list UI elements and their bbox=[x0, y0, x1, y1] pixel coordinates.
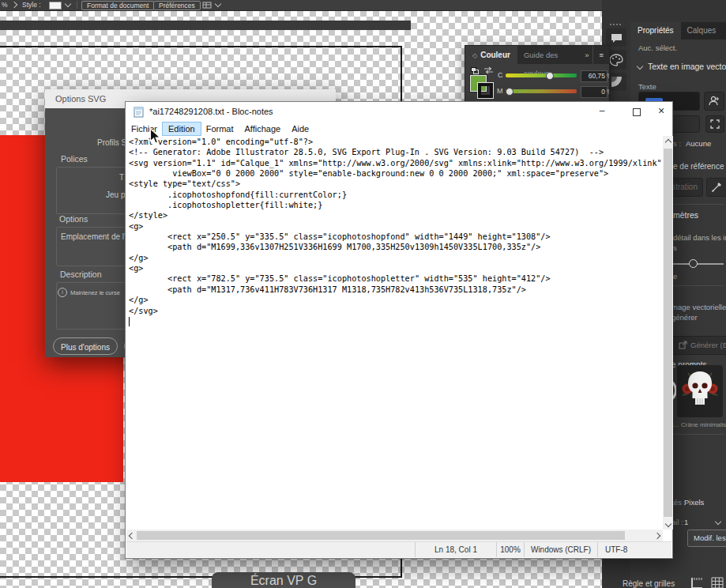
notepad-app-icon bbox=[134, 106, 145, 118]
text-to-vector-section-title[interactable]: Texte en image vectorielle bbox=[648, 62, 726, 71]
menu-format[interactable]: Format bbox=[201, 122, 239, 135]
panel-overflow-icon[interactable]: » bbox=[581, 46, 592, 64]
document-setup-button[interactable]: Format de document bbox=[81, 1, 154, 10]
notepad-title: *ai17248291208.txt - Bloc-notes bbox=[149, 107, 273, 116]
snap-options-icon[interactable] bbox=[202, 2, 212, 9]
scroll-up-icon[interactable] bbox=[665, 139, 671, 145]
info-icon: i bbox=[58, 288, 67, 297]
m-value-input[interactable]: 0 bbox=[581, 86, 608, 98]
type-label-fragment: T bbox=[119, 173, 124, 182]
more-options-button[interactable]: Plus d'options bbox=[53, 337, 118, 355]
c-slider-track[interactable] bbox=[506, 74, 577, 77]
menu-affichage[interactable]: Affichage bbox=[239, 122, 287, 135]
swap-colors-icon[interactable] bbox=[483, 66, 494, 74]
c-slider-thumb[interactable] bbox=[546, 72, 554, 80]
minimize-button[interactable]: – bbox=[588, 102, 616, 122]
section-collapse-icon[interactable] bbox=[637, 63, 643, 70]
m-slider-thumb[interactable] bbox=[506, 88, 513, 96]
no-selection-label: Auc. sélect. bbox=[638, 43, 677, 52]
comments-panel-button[interactable] bbox=[606, 28, 626, 47]
menu-aide[interactable]: Aide bbox=[286, 122, 314, 135]
unites-dropdown[interactable]: Pixels bbox=[684, 498, 704, 507]
preferences-button[interactable]: Préférences bbox=[153, 1, 201, 10]
tab-guide-des-couleurs[interactable]: Guide des couleurs bbox=[517, 46, 581, 64]
ruler-corner-icon[interactable] bbox=[690, 576, 705, 588]
c-channel-label: C bbox=[498, 71, 503, 79]
scroll-left-icon[interactable] bbox=[129, 533, 135, 539]
retouch-button[interactable] bbox=[704, 92, 724, 111]
mini-fill-stroke-icon[interactable] bbox=[471, 67, 479, 74]
scroll-down-icon[interactable] bbox=[665, 521, 671, 527]
slider-end-fragment: e bbox=[673, 272, 677, 281]
panel-drag-handle[interactable] bbox=[610, 24, 621, 25]
grid-icon[interactable] bbox=[711, 577, 724, 588]
palette-icon bbox=[609, 54, 623, 66]
detail-slider-track[interactable] bbox=[673, 263, 724, 265]
polices-section-label: Polices bbox=[61, 154, 88, 164]
person-plus-icon bbox=[709, 96, 720, 106]
notepad-text-area[interactable]: <?xml version="1.0" encoding="utf-8"?> <… bbox=[126, 136, 663, 530]
horizontal-scroll-thumb[interactable] bbox=[137, 531, 625, 540]
tab-proprietes[interactable]: Propriétés bbox=[630, 22, 681, 40]
modify-artboards-button[interactable]: Modif. les p bbox=[687, 530, 726, 547]
style-picker-button[interactable] bbox=[706, 178, 726, 197]
travail-dropdown-icon[interactable] bbox=[715, 518, 721, 525]
m-unit-label: % bbox=[607, 88, 610, 96]
generate-icon bbox=[679, 341, 687, 349]
text-caret bbox=[129, 317, 130, 326]
artboard-name-label: Écran VP G bbox=[212, 572, 355, 588]
tab-couleur[interactable]: ◇Couleur bbox=[465, 46, 517, 64]
travail-fragment-label: ail : bbox=[671, 518, 683, 526]
expand-button[interactable] bbox=[705, 115, 724, 133]
svg-source-text: <?xml version="1.0" encoding="utf-8"?> <… bbox=[126, 136, 663, 316]
status-zoom[interactable]: 100% bbox=[496, 542, 524, 557]
m-channel-label: M bbox=[497, 87, 503, 95]
c-value-input[interactable]: 60,75 bbox=[581, 70, 608, 82]
vector-desc-line1: mage vectorielle qu bbox=[671, 303, 726, 311]
vertical-scrollbar[interactable] bbox=[663, 136, 673, 530]
maximize-button[interactable] bbox=[622, 102, 650, 122]
tab-calques[interactable]: Calques bbox=[681, 22, 723, 40]
opacity-unit-label: % bbox=[2, 1, 8, 9]
prompt-thumbnail-skull[interactable] bbox=[677, 365, 723, 417]
skull-roses-icon bbox=[680, 368, 720, 414]
styles-fragment-value: Aucune bbox=[686, 139, 711, 148]
couleur-tab-bar: ◇Couleur Guide des couleurs » ≡ bbox=[465, 46, 609, 64]
snap-options-dropdown-icon[interactable] bbox=[215, 1, 221, 7]
style-swatch[interactable] bbox=[49, 2, 62, 9]
status-cursor-position: Ln 18, Col 1 bbox=[415, 542, 496, 557]
detail-slider-knob[interactable] bbox=[689, 259, 698, 268]
generate-button-label: Générer (B bbox=[690, 341, 726, 349]
options-section-label: Options bbox=[59, 214, 88, 224]
mouse-cursor bbox=[149, 128, 160, 145]
vertical-scroll-thumb[interactable] bbox=[664, 149, 672, 517]
notepad-window: *ai17248291208.txt - Bloc-notes – × Fich… bbox=[125, 101, 673, 559]
notepad-titlebar[interactable]: *ai17248291208.txt - Bloc-notes – × bbox=[126, 102, 672, 122]
thumb-caption: Crâne minimalis... bbox=[681, 421, 726, 428]
stroke-swatch[interactable] bbox=[478, 83, 493, 98]
menu-edition[interactable]: Edition bbox=[163, 122, 201, 135]
notepad-menubar: Fichier Edition Format Affichage Aide bbox=[126, 122, 672, 136]
style-label: Style : bbox=[22, 1, 41, 9]
artboard-top-edge bbox=[0, 46, 401, 47]
generate-button[interactable]: Générer (B bbox=[668, 336, 726, 355]
travail-value[interactable]: 1 bbox=[684, 518, 688, 526]
texte-field-label: Texte bbox=[638, 82, 656, 91]
expand-arrows-icon bbox=[710, 119, 720, 129]
reference-image-fragment: e de référence bbox=[673, 162, 724, 171]
chevron-right-icon[interactable] bbox=[11, 2, 17, 8]
m-slider-track[interactable] bbox=[506, 89, 577, 93]
scroll-right-icon[interactable] bbox=[654, 533, 660, 539]
speech-bubble-icon bbox=[611, 33, 623, 43]
toolbar-divider bbox=[77, 1, 77, 9]
tab-bibliotheques[interactable]: Bibli bbox=[722, 22, 726, 40]
gradient-quarter-icon bbox=[611, 76, 623, 88]
close-button[interactable]: × bbox=[650, 102, 672, 122]
status-line-ending: Windows (CRLF) bbox=[524, 542, 597, 557]
emplacement-label-fragment: Emplacement de l'im bbox=[61, 232, 134, 241]
rulers-grids-label: Règle et grilles bbox=[623, 579, 675, 588]
style-dropdown-icon[interactable] bbox=[65, 1, 71, 7]
panel-menu-icon[interactable]: ≡ bbox=[592, 46, 609, 64]
modify-artboards-label: Modif. les p bbox=[694, 533, 726, 542]
horizontal-scrollbar[interactable] bbox=[126, 530, 663, 541]
